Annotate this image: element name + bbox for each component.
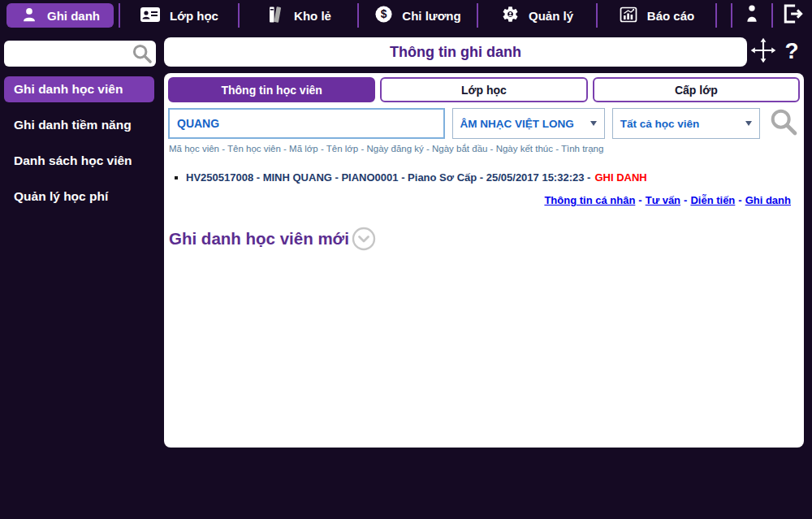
section-title: Ghi danh học viên mới xyxy=(169,229,349,249)
student-filter-value: Tất cả học viên xyxy=(620,118,700,130)
nav-item-label: Quản lý xyxy=(529,9,573,23)
nav-item-bao-cao[interactable]: Báo cáo xyxy=(598,0,715,31)
sidebar-item-label: Quản lý học phí xyxy=(14,189,108,204)
svg-text:$: $ xyxy=(381,7,387,20)
tab-label: Thông tin học viên xyxy=(221,84,322,97)
sidebar-search-input[interactable] xyxy=(4,41,127,67)
tab-cap-lop[interactable]: Cấp lớp xyxy=(593,77,800,102)
status-badge: GHI DANH xyxy=(594,171,646,184)
link-separator: - xyxy=(684,194,687,206)
link-dien-tien[interactable]: Diễn tiến xyxy=(690,194,735,206)
expand-section-button[interactable] xyxy=(352,227,376,251)
sidebar-item-ghi-danh-hoc-vien[interactable]: Ghi danh học viên xyxy=(4,76,154,102)
search-helper-text: Mã học viên - Tên học viên - Mã lớp - Tê… xyxy=(169,144,804,154)
student-search-input[interactable] xyxy=(168,108,445,139)
move-icon xyxy=(749,37,777,67)
bullet-icon xyxy=(175,176,178,179)
user-icon xyxy=(741,2,762,28)
move-handle[interactable] xyxy=(749,37,778,67)
link-ghi-danh[interactable]: Ghi danh xyxy=(745,194,791,206)
nav-item-ghi-danh[interactable]: Ghi danh xyxy=(6,3,114,28)
tab-bar: Thông tin học viên Lớp học Cấp lớp xyxy=(164,73,804,102)
sidebar-item-label: Ghi danh học viên xyxy=(14,82,123,97)
books-icon xyxy=(266,5,285,27)
person-icon xyxy=(20,6,38,26)
nav-item-label: Chi lương xyxy=(402,9,460,23)
nav-item-label: Ghi danh xyxy=(47,9,100,23)
school-select[interactable]: ÂM NHẠC VIỆT LONG xyxy=(452,108,605,139)
gear-icon xyxy=(501,5,520,26)
nav-item-lop-hoc[interactable]: Lớp học xyxy=(120,0,238,31)
nav-item-quan-ly[interactable]: Quản lý xyxy=(478,0,596,31)
nav-separator xyxy=(715,3,717,28)
chevron-down-icon xyxy=(745,121,752,126)
new-enrollment-section-header: Ghi danh học viên mới xyxy=(169,227,804,251)
tab-label: Cấp lớp xyxy=(675,84,718,97)
dollar-icon: $ xyxy=(374,5,393,26)
chart-icon xyxy=(619,5,638,27)
sidebar: Ghi danh học viên Ghi danh tiềm năng Dan… xyxy=(0,31,162,519)
sidebar-item-label: Ghi danh tiềm năng xyxy=(14,118,132,132)
help-button[interactable]: ? xyxy=(780,36,804,67)
logout-icon xyxy=(780,2,805,29)
search-icon xyxy=(767,106,800,141)
page-title: Thông tin ghi danh xyxy=(390,44,521,61)
tab-lop-hoc[interactable]: Lớp học xyxy=(380,77,587,102)
top-navigation: Ghi danh Lớp học Kho lẻ $ Chi lương Quản… xyxy=(0,0,812,31)
student-filter-select[interactable]: Tất cả học viên xyxy=(612,108,760,139)
nav-item-label: Báo cáo xyxy=(647,9,694,23)
nav-item-kho-le[interactable]: Kho lẻ xyxy=(240,0,357,31)
page-title-bar: Thông tin ghi danh xyxy=(164,37,747,67)
link-separator: - xyxy=(638,194,641,206)
tab-thong-tin-hoc-vien[interactable]: Thông tin học viên xyxy=(168,77,375,102)
result-text: HV250517008 - MINH QUANG - PIANO0001 - P… xyxy=(186,171,590,184)
question-mark-icon: ? xyxy=(784,38,798,64)
search-button[interactable] xyxy=(767,107,800,140)
tab-label: Lớp học xyxy=(461,84,507,97)
logout-button[interactable] xyxy=(773,0,812,31)
nav-item-label: Kho lẻ xyxy=(294,9,331,23)
search-icon[interactable] xyxy=(131,42,153,68)
sidebar-item-label: Danh sách học viên xyxy=(14,154,132,168)
chevron-down-icon xyxy=(590,121,597,126)
sidebar-item-quan-ly-hoc-phi[interactable]: Quản lý học phí xyxy=(4,184,154,210)
result-links: Thông tin cá nhân-Tư vấn-Diễn tiến-Ghi d… xyxy=(164,194,804,206)
sidebar-item-ghi-danh-tiem-nang[interactable]: Ghi danh tiềm năng xyxy=(4,112,154,138)
search-row: ÂM NHẠC VIỆT LONG Tất cả học viên xyxy=(168,107,800,140)
nav-right-group xyxy=(731,0,812,31)
link-separator: - xyxy=(738,194,741,206)
main-panel: Thông tin học viên Lớp học Cấp lớp ÂM NH… xyxy=(164,73,804,448)
sidebar-search-box xyxy=(4,41,156,67)
link-thong-tin-ca-nhan[interactable]: Thông tin cá nhân xyxy=(544,194,635,206)
link-tu-van[interactable]: Tư vấn xyxy=(646,194,680,206)
result-row[interactable]: HV250517008 - MINH QUANG - PIANO0001 - P… xyxy=(175,171,804,184)
user-profile-button[interactable] xyxy=(732,0,771,31)
nav-item-label: Lớp học xyxy=(170,9,218,23)
school-select-value: ÂM NHẠC VIỆT LONG xyxy=(460,118,574,130)
sidebar-item-danh-sach-hoc-vien[interactable]: Danh sách học viên xyxy=(4,148,154,174)
nav-item-chi-luong[interactable]: $ Chi lương xyxy=(359,0,477,31)
id-card-icon xyxy=(140,6,161,26)
